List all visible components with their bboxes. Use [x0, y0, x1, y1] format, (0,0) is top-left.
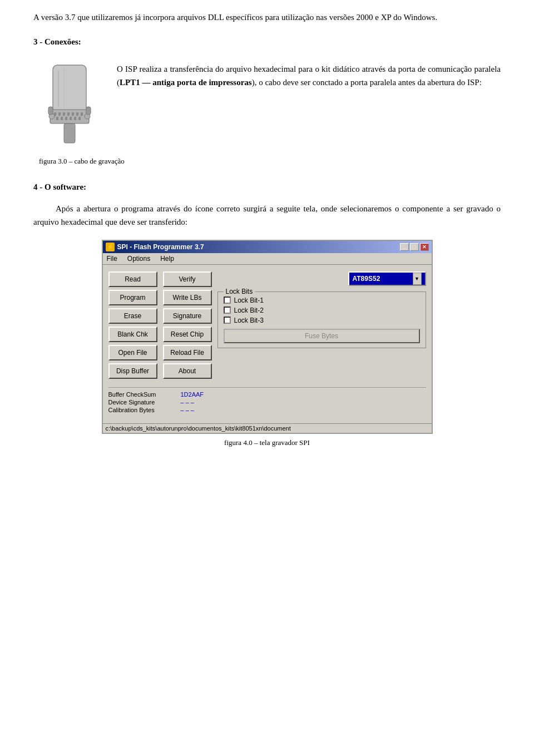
- svg-rect-7: [76, 112, 78, 116]
- spi-menubar: File Options Help: [103, 253, 432, 265]
- chip-dropdown[interactable]: AT89S52 ▼: [348, 271, 426, 286]
- svg-rect-11: [65, 117, 67, 120]
- svg-rect-20: [48, 107, 53, 115]
- write-lbs-button[interactable]: Write LBs: [163, 290, 212, 305]
- lock-bit-row-2: Lock Bit-2: [224, 307, 420, 314]
- spi-body: Read Verify Program Write LBs Erase Sign…: [103, 265, 432, 420]
- svg-rect-4: [63, 112, 65, 116]
- erase-button[interactable]: Erase: [108, 308, 157, 324]
- signature-button[interactable]: Signature: [163, 308, 212, 324]
- close-button[interactable]: ✕: [420, 243, 429, 251]
- device-signature-label: Device Signature: [108, 399, 181, 406]
- svg-rect-5: [67, 112, 70, 116]
- btn-row-2: Program Write LBs: [108, 290, 212, 305]
- spi-right-panel: AT89S52 ▼ Lock Bits Lock Bit-1: [217, 271, 426, 382]
- cable-illustration: [36, 60, 103, 149]
- lock-bit-1-label: Lock Bit-1: [234, 297, 264, 304]
- spi-titlebar: ⚡ SPI - Flash Programmer 3.7 _ □ ✕: [103, 241, 432, 253]
- minimize-button[interactable]: _: [400, 243, 409, 251]
- lock-bit-2-checkbox[interactable]: [224, 307, 231, 314]
- chip-dropdown-arrow[interactable]: ▼: [413, 273, 422, 285]
- reset-chip-button[interactable]: Reset Chip: [163, 327, 212, 342]
- spi-window-title: SPI - Flash Programmer 3.7: [117, 243, 204, 251]
- spi-main-area: Read Verify Program Write LBs Erase Sign…: [108, 271, 426, 382]
- spi-window: ⚡ SPI - Flash Programmer 3.7 _ □ ✕ File …: [102, 240, 433, 434]
- maximize-button[interactable]: □: [410, 243, 419, 251]
- lock-bit-3-label: Lock Bit-3: [234, 317, 264, 324]
- read-button[interactable]: Read: [108, 271, 157, 287]
- buffer-checksum-row: Buffer CheckSum 1D2AAF: [108, 391, 426, 398]
- program-button[interactable]: Program: [108, 290, 157, 305]
- lock-bit-2-label: Lock Bit-2: [234, 307, 264, 314]
- buffer-checksum-value: 1D2AAF: [181, 391, 204, 398]
- chip-name: AT89S52: [353, 275, 380, 283]
- svg-rect-12: [70, 117, 72, 120]
- device-signature-value: – – –: [181, 399, 194, 406]
- svg-rect-21: [86, 107, 91, 115]
- btn-row-1: Read Verify: [108, 271, 212, 287]
- btn-row-6: Disp Buffer About: [108, 363, 212, 379]
- svg-rect-8: [81, 112, 83, 116]
- connections-title: 3 - Conexões:: [33, 37, 501, 47]
- connections-section: 3 - Conexões:: [33, 37, 501, 166]
- svg-rect-1: [50, 110, 89, 123]
- lock-bit-1-checkbox[interactable]: [224, 297, 231, 304]
- svg-rect-17: [64, 123, 75, 143]
- menu-help[interactable]: Help: [159, 254, 176, 263]
- lock-bits-group: Lock Bits Lock Bit-1 Lock Bit-2 Lock Bit…: [217, 291, 426, 348]
- calibration-bytes-value: – – –: [181, 407, 194, 413]
- lock-bit-row-3: Lock Bit-3: [224, 317, 420, 324]
- open-file-button[interactable]: Open File: [108, 345, 157, 360]
- cable-image: [33, 57, 106, 151]
- figure-40-caption: figura 4.0 – tela gravador SPI: [33, 438, 501, 447]
- figure-30-caption: figura 3.0 – cabo de gravação: [39, 157, 501, 166]
- connections-description: O ISP realiza a transferência do arquivo…: [117, 57, 501, 89]
- software-description: Após a abertura o programa através do íc…: [33, 202, 501, 229]
- connections-content: O ISP realiza a transferência do arquivo…: [33, 57, 501, 151]
- menu-options[interactable]: Options: [126, 254, 152, 263]
- software-section: 4 - O software: Após a abertura o progra…: [33, 182, 501, 447]
- lock-bit-3-checkbox[interactable]: [224, 317, 231, 324]
- spi-title-left: ⚡ SPI - Flash Programmer 3.7: [106, 243, 204, 251]
- lock-bit-row-1: Lock Bit-1: [224, 297, 420, 304]
- svg-rect-10: [61, 117, 63, 120]
- lock-bits-legend: Lock Bits: [224, 288, 255, 295]
- spi-bottom-info: Buffer CheckSum 1D2AAF Device Signature …: [108, 387, 426, 413]
- device-signature-row: Device Signature – – –: [108, 399, 426, 406]
- blank-chk-button[interactable]: Blank Chk: [108, 327, 157, 342]
- svg-rect-3: [58, 112, 61, 116]
- btn-row-3: Erase Signature: [108, 308, 212, 324]
- menu-file[interactable]: File: [105, 254, 119, 263]
- disp-buffer-button[interactable]: Disp Buffer: [108, 363, 157, 379]
- spi-app-icon: ⚡: [106, 243, 115, 251]
- fuse-bytes-button[interactable]: Fuse Bytes: [224, 329, 420, 343]
- software-title: 4 - O software:: [33, 182, 501, 192]
- svg-rect-9: [56, 117, 58, 120]
- btn-row-4: Blank Chk Reset Chip: [108, 327, 212, 342]
- buffer-checksum-label: Buffer CheckSum: [108, 391, 181, 398]
- spi-window-controls: _ □ ✕: [400, 243, 429, 251]
- svg-rect-14: [78, 117, 81, 120]
- chip-selector[interactable]: AT89S52 ▼: [217, 271, 426, 286]
- btn-row-5: Open File Reload File: [108, 345, 212, 360]
- about-button[interactable]: About: [163, 363, 212, 379]
- spi-buttons-col: Read Verify Program Write LBs Erase Sign…: [108, 271, 212, 382]
- reload-file-button[interactable]: Reload File: [163, 345, 212, 360]
- svg-rect-13: [74, 117, 76, 120]
- calibration-bytes-label: Calibration Bytes: [108, 407, 181, 413]
- calibration-bytes-row: Calibration Bytes – – –: [108, 407, 426, 413]
- intro-text: A versão 3.7 que utilizaremos já incorpo…: [33, 11, 501, 24]
- lpt1-bold: LPT1 — antiga porta de impressoras: [120, 78, 252, 87]
- svg-rect-6: [72, 112, 74, 116]
- spi-status-bar: c:\backup\cds_kits\autorunpro\documentos…: [103, 423, 432, 433]
- verify-button[interactable]: Verify: [163, 271, 212, 287]
